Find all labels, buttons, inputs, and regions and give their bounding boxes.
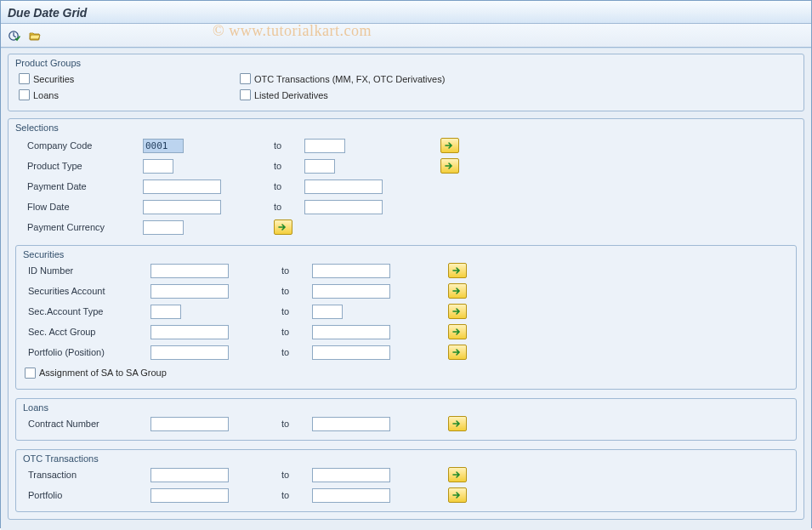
payment-date-to-input[interactable]	[304, 180, 383, 194]
portfolio-pos-multiple-button[interactable]	[448, 345, 467, 360]
portfolio-pos-row: Portfolio (Position) to	[23, 343, 789, 362]
otc-title: OTC Transactions	[23, 453, 789, 464]
sec-acct-group-from-input[interactable]	[150, 325, 229, 339]
sec-account-row: Securities Account to	[23, 282, 789, 300]
contract-number-label: Contract Number	[23, 419, 150, 429]
arrow-right-icon	[278, 223, 288, 231]
contract-number-from-input[interactable]	[150, 417, 229, 431]
get-variant-button[interactable]	[26, 27, 43, 44]
id-number-label: ID Number	[23, 265, 150, 276]
loans-checkbox[interactable]: Loans	[19, 89, 204, 100]
sec-account-to-input[interactable]	[312, 284, 390, 299]
payment-currency-row: Payment Currency	[15, 218, 797, 237]
loans-label: Loans	[33, 90, 59, 100]
transaction-to-input[interactable]	[312, 468, 390, 482]
portfolio-pos-to-input[interactable]	[312, 345, 390, 360]
sec-acct-type-label: Sec.Account Type	[23, 306, 150, 316]
company-code-to-input[interactable]	[304, 139, 345, 153]
sec-acct-type-from-input[interactable]	[150, 305, 181, 319]
to-label: to	[270, 181, 304, 191]
to-label: to	[270, 202, 304, 212]
toolbar	[1, 24, 811, 48]
listed-label: Listed Derivatives	[254, 90, 328, 100]
otc-subpanel: OTC Transactions Transaction to Portfoli…	[15, 449, 797, 512]
otc-portfolio-from-input[interactable]	[150, 488, 229, 503]
otc-portfolio-row: Portfolio to	[23, 486, 789, 504]
to-label: to	[270, 140, 304, 151]
sec-acct-type-to-input[interactable]	[312, 305, 343, 319]
transaction-from-input[interactable]	[150, 468, 229, 482]
payment-date-from-input[interactable]	[143, 180, 221, 194]
otc-checkbox[interactable]: OTC Transactions (MM, FX, OTC Derivative…	[240, 73, 510, 84]
transaction-row: Transaction to	[23, 465, 789, 484]
flow-date-from-input[interactable]	[143, 200, 221, 214]
to-label: to	[278, 419, 312, 429]
product-groups-title: Product Groups	[15, 58, 797, 68]
arrow-right-icon	[445, 162, 455, 170]
assignment-row: Assignment of SA to SA Group	[23, 363, 789, 382]
transaction-label: Transaction	[23, 470, 150, 480]
transaction-multiple-button[interactable]	[448, 467, 467, 482]
checkbox-icon	[240, 89, 251, 100]
otc-portfolio-multiple-button[interactable]	[448, 487, 467, 503]
listed-checkbox[interactable]: Listed Derivatives	[240, 89, 510, 100]
checkbox-icon	[19, 89, 30, 100]
product-type-label: Product Type	[15, 161, 143, 171]
flow-date-label: Flow Date	[15, 202, 143, 212]
otc-portfolio-to-input[interactable]	[312, 488, 390, 503]
sec-account-from-input[interactable]	[150, 284, 229, 299]
contract-number-row: Contract Number to	[23, 414, 789, 433]
arrow-right-icon	[452, 287, 463, 295]
to-label: to	[270, 161, 304, 171]
contract-number-to-input[interactable]	[312, 417, 390, 431]
loans-title: Loans	[23, 402, 789, 413]
payment-currency-input[interactable]	[143, 220, 184, 235]
sec-acct-type-multiple-button[interactable]	[448, 304, 467, 319]
content-area: Product Groups Securities OTC Transactio…	[1, 48, 811, 530]
folder-open-icon	[28, 29, 42, 43]
sec-acct-type-row: Sec.Account Type to	[23, 302, 789, 321]
page-title: Due Date Grid	[1, 1, 811, 24]
to-label: to	[278, 265, 312, 276]
sec-acct-group-to-input[interactable]	[312, 325, 390, 339]
arrow-right-icon	[452, 470, 463, 479]
flow-date-to-input[interactable]	[304, 200, 383, 214]
to-label: to	[278, 286, 312, 296]
assignment-checkbox[interactable]: Assignment of SA to SA Group	[25, 368, 167, 379]
securities-checkbox[interactable]: Securities	[19, 73, 204, 84]
to-label: to	[278, 306, 312, 316]
arrow-right-icon	[452, 307, 463, 316]
product-type-to-input[interactable]	[304, 159, 335, 174]
sec-account-multiple-button[interactable]	[448, 283, 467, 299]
securities-subpanel: Securities ID Number to Securities Accou…	[15, 245, 797, 390]
portfolio-pos-label: Portfolio (Position)	[23, 347, 150, 357]
arrow-right-icon	[452, 419, 463, 428]
product-type-multiple-button[interactable]	[440, 158, 459, 174]
arrow-right-icon	[452, 328, 463, 336]
company-code-from-input[interactable]	[143, 139, 184, 153]
to-label: to	[278, 490, 312, 500]
sec-acct-group-multiple-button[interactable]	[448, 324, 467, 339]
arrow-right-icon	[452, 348, 463, 356]
company-code-multiple-button[interactable]	[440, 138, 459, 153]
portfolio-pos-from-input[interactable]	[150, 345, 229, 360]
id-number-to-input[interactable]	[312, 264, 390, 278]
execute-button[interactable]	[6, 27, 23, 44]
product-type-from-input[interactable]	[143, 159, 173, 174]
payment-date-row: Payment Date to	[15, 177, 797, 196]
payment-currency-multiple-button[interactable]	[274, 219, 292, 235]
arrow-right-icon	[445, 141, 455, 150]
arrow-right-icon	[452, 266, 463, 275]
clock-check-icon	[8, 29, 21, 43]
id-number-from-input[interactable]	[150, 264, 229, 278]
checkbox-icon	[25, 368, 36, 379]
contract-number-multiple-button[interactable]	[448, 416, 467, 431]
id-number-multiple-button[interactable]	[448, 263, 467, 278]
securities-label: Securities	[33, 74, 74, 84]
checkbox-icon	[19, 73, 30, 84]
title-text: Due Date Grid	[8, 6, 87, 20]
company-code-row: Company Code to	[15, 136, 797, 155]
product-type-row: Product Type to	[15, 157, 797, 175]
loans-subpanel: Loans Contract Number to	[15, 398, 797, 441]
sec-acct-group-row: Sec. Acct Group to	[23, 322, 789, 341]
